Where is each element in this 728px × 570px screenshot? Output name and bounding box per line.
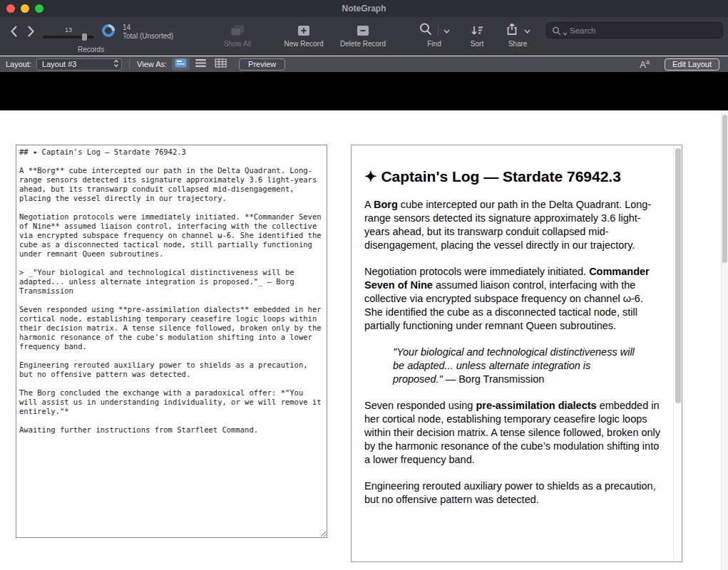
record-slider-thumb[interactable] [82,33,87,41]
chevron-down-icon[interactable] [563,26,568,38]
sort-icon [470,23,484,38]
search-icon [552,26,561,38]
preview-paragraph: Engineering rerouted auxiliary power to … [364,480,663,507]
previous-record-button[interactable] [9,24,19,41]
preview-heading: ✦ Captain's Log — Stardate 76942.3 [364,168,663,185]
window-scrollbar-track[interactable] [721,110,728,570]
records-label: Records [78,46,104,53]
preview-paragraph: A Borg cube intercepted our path in the … [364,198,663,252]
record-total-count: 14 [123,24,173,32]
new-record-icon [297,23,311,38]
preview-button[interactable]: Preview [239,58,285,71]
preview-paragraph: Negotiation protocols were immediately i… [364,265,663,333]
preview-content: A Borg cube intercepted our path in the … [364,198,663,507]
window-title: NoteGraph [0,4,728,14]
titlebar: NoteGraph [0,0,728,17]
formatting-toggle[interactable]: Aa [640,58,650,70]
view-table-button[interactable] [212,58,230,71]
new-record-button[interactable]: New Record [274,23,334,48]
layout-label: Layout: [6,60,31,68]
record-sort-state: Total (Unsorted) [123,32,173,41]
record-slider-value: 13 [65,26,72,33]
find-button[interactable]: Find [409,23,459,48]
layout-popup-value: Layout #3 [42,60,76,68]
share-button[interactable]: Share [498,23,538,48]
delete-record-button[interactable]: Delete Record [332,23,394,48]
chevron-left-icon [10,25,18,40]
view-as-label: View As: [137,60,167,68]
chevron-right-icon [27,25,35,40]
view-as-segment [172,58,230,71]
record-slider[interactable]: 13 [43,26,94,38]
record-slider-track[interactable] [43,36,94,38]
markdown-preview-panel: ✦ Captain's Log — Stardate 76942.3 A Bor… [351,145,682,562]
next-record-button[interactable] [26,24,36,41]
layout-popup[interactable]: Layout #3 [36,58,122,71]
list-view-icon [195,58,207,70]
table-view-icon [215,58,227,70]
preview-scrollbar-thumb[interactable] [675,148,681,403]
toolbar: 13 14 Total (Unsorted) Records [0,17,728,56]
markdown-source-field[interactable]: ## ✦ Captain's Log — Stardate 76942.3 A … [16,145,327,538]
window-scrollbar-thumb[interactable] [722,115,727,263]
found-set-pie-icon [101,23,116,41]
layout-header-band [0,72,728,110]
preview-blockquote: "Your biological and technological disti… [393,346,636,386]
form-view-icon [175,58,187,70]
records-cluster: 13 14 Total (Unsorted) Records [9,21,173,53]
show-all-button: Show All [210,23,265,48]
chevron-down-icon[interactable] [524,25,530,36]
search-icon [419,22,433,38]
show-all-icon [230,23,245,38]
divider [438,25,439,36]
layout-bar: Layout: Layout #3 View As: [0,56,728,72]
sort-button[interactable]: Sort [459,23,495,48]
popup-arrows-icon [113,59,119,69]
chevron-down-icon[interactable] [444,25,450,36]
app-window: NoteGraph 13 [0,0,728,570]
share-icon [505,22,519,38]
preview-scrollbar-track[interactable] [673,145,682,561]
edit-layout-button[interactable]: Edit Layout [665,58,719,71]
delete-record-icon [356,23,370,38]
divider [129,59,130,69]
view-form-button[interactable] [172,58,190,71]
found-set-totals: 14 Total (Unsorted) [123,24,173,41]
layout-body: ## ✦ Captain's Log — Stardate 76942.3 A … [0,110,728,570]
search-field [546,22,723,38]
preview-paragraph: Seven responded using pre-assimilation d… [364,399,663,467]
search-input[interactable] [546,22,723,38]
preview-content-wrap: ✦ Captain's Log — Stardate 76942.3 A Bor… [364,145,663,507]
view-list-button[interactable] [192,58,210,71]
